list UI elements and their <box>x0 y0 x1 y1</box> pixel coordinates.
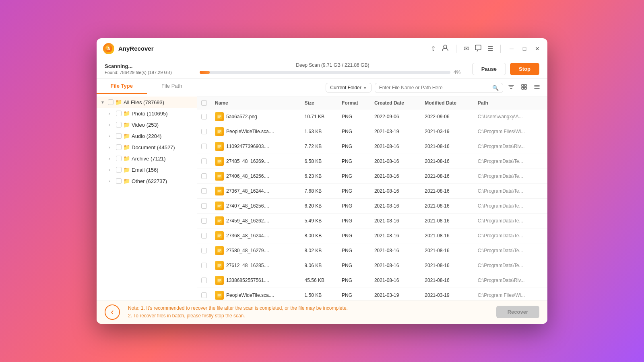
col-name[interactable]: Name <box>211 97 301 109</box>
file-name-10: 27612_48_16285.... <box>226 263 269 268</box>
col-created[interactable]: Created Date <box>370 97 421 109</box>
row-checkbox-cell <box>197 124 211 139</box>
checkbox-archive[interactable] <box>116 156 122 161</box>
menu-icon[interactable]: ☰ <box>487 45 493 52</box>
row-name-cell: 5ab6a572.png <box>211 109 301 124</box>
back-button[interactable]: ‹ <box>105 304 120 320</box>
row-size-4: 6.23 KB <box>301 169 338 184</box>
close-button[interactable]: ✕ <box>534 45 541 52</box>
stop-button[interactable]: Stop <box>510 63 539 75</box>
expand-icon-photo: › <box>109 111 114 116</box>
row-name-cell: 27580_48_16279.... <box>211 243 301 258</box>
row-checkbox-6[interactable] <box>201 203 207 209</box>
checkbox-audio[interactable] <box>116 133 122 139</box>
row-checkbox-3[interactable] <box>201 158 207 164</box>
tree-item-photo[interactable]: › 📁 Photo (110695) <box>97 108 197 119</box>
expand-icon-video: › <box>109 123 114 127</box>
share-icon[interactable]: ⇧ <box>431 45 436 52</box>
tree-item-archive[interactable]: › 📁 Archive (7121) <box>97 153 197 164</box>
row-name-cell: PeopleWideTile.sca.... <box>211 288 301 300</box>
row-checkbox-8[interactable] <box>201 233 207 239</box>
row-checkbox-4[interactable] <box>201 173 207 179</box>
file-area: Current Folder ▼ 🔍 <box>197 79 547 300</box>
tree-item-all-files[interactable]: ▼ 📁 All Files (787693) <box>97 97 197 108</box>
row-checkbox-9[interactable] <box>201 248 207 253</box>
recover-button[interactable]: Recover <box>496 306 539 318</box>
tree-item-audio[interactable]: › 📁 Audio (2204) <box>97 130 197 142</box>
header-checkbox[interactable] <box>201 100 207 106</box>
maximize-button[interactable]: □ <box>521 45 528 52</box>
file-name-11: 13386852557561.... <box>226 278 269 283</box>
folder-select-chevron: ▼ <box>363 86 367 90</box>
row-name-cell: 27367_48_16244.... <box>211 184 301 199</box>
row-modified-4: 2021-08-16 <box>421 169 474 184</box>
row-format-11: PNG <box>338 273 370 288</box>
row-checkbox-10[interactable] <box>201 263 207 268</box>
pause-button[interactable]: Pause <box>472 63 506 75</box>
checkbox-all-files[interactable] <box>108 99 114 105</box>
table-row: 11092477396903.... 7.72 KB PNG 2021-08-1… <box>197 139 547 154</box>
file-icon-0 <box>215 112 224 121</box>
user-icon[interactable] <box>442 44 449 53</box>
row-checkbox-11[interactable] <box>201 278 207 283</box>
tree-item-email[interactable]: › 📁 Email (156) <box>97 164 197 175</box>
progress-pct: 4% <box>454 70 466 75</box>
row-format-4: PNG <box>338 169 370 184</box>
tree-item-document[interactable]: › 📁 Document (44527) <box>97 142 197 153</box>
col-path[interactable]: Path <box>474 97 547 109</box>
file-icon-12 <box>215 291 224 300</box>
row-format-6: PNG <box>338 199 370 214</box>
row-name-cell: 27485_48_16269.... <box>211 154 301 169</box>
mail-icon[interactable]: ✉ <box>464 45 469 52</box>
col-modified[interactable]: Modified Date <box>421 97 474 109</box>
grid-view-icon[interactable] <box>519 82 529 93</box>
search-box[interactable]: 🔍 <box>375 83 503 93</box>
row-name-cell: 27612_48_16285.... <box>211 258 301 273</box>
row-checkbox-1[interactable] <box>201 129 207 134</box>
row-name-cell: 11092477396903.... <box>211 139 301 154</box>
checkbox-video[interactable] <box>116 122 122 128</box>
col-format[interactable]: Format <box>338 97 370 109</box>
checkbox-photo[interactable] <box>116 111 122 116</box>
file-name-7: 27459_48_16262.... <box>226 218 269 224</box>
row-checkbox-12[interactable] <box>201 292 207 298</box>
checkbox-email[interactable] <box>116 167 122 173</box>
file-icon-2 <box>215 142 224 151</box>
folder-select[interactable]: Current Folder ▼ <box>326 83 371 93</box>
row-checkbox-7[interactable] <box>201 218 207 224</box>
sidebar-tree: ▼ 📁 All Files (787693) › 📁 Photo (110695… <box>97 94 197 300</box>
table-row: 13386852557561.... 45.56 KB PNG 2021-08-… <box>197 273 547 288</box>
row-modified-6: 2021-08-16 <box>421 199 474 214</box>
titlebar-controls: ⇧ ✉ ☰ ─ □ ✕ <box>431 44 541 53</box>
file-name-0: 5ab6a572.png <box>226 114 257 119</box>
scan-status: Scanning... <box>105 63 193 69</box>
list-view-icon[interactable] <box>532 82 542 93</box>
search-input[interactable] <box>379 85 490 90</box>
tree-item-other[interactable]: › 📁 Other (622737) <box>97 175 197 187</box>
row-checkbox-5[interactable] <box>201 188 207 194</box>
tab-file-type[interactable]: File Type <box>97 79 147 94</box>
row-path-11: C:\ProgramData\Riv... <box>474 273 547 288</box>
table-row: 27485_48_16269.... 6.58 KB PNG 2021-08-1… <box>197 154 547 169</box>
checkbox-other[interactable] <box>116 178 122 184</box>
toolbar-icons <box>506 82 542 93</box>
row-size-5: 7.68 KB <box>301 184 338 199</box>
row-format-7: PNG <box>338 214 370 228</box>
row-checkbox-2[interactable] <box>201 144 207 149</box>
tab-file-path[interactable]: File Path <box>147 79 197 94</box>
row-created-2: 2021-08-16 <box>370 139 421 154</box>
chat-icon[interactable] <box>475 44 482 53</box>
scan-found: Found: 786429 file(s) (197.29 GB) <box>105 70 193 75</box>
filter-icon[interactable] <box>506 82 516 93</box>
file-name-4: 27406_48_16256.... <box>226 173 269 179</box>
tree-item-video[interactable]: › 📁 Video (253) <box>97 119 197 130</box>
col-size[interactable]: Size <box>301 97 338 109</box>
row-checkbox-0[interactable] <box>201 114 207 119</box>
checkbox-document[interactable] <box>116 144 122 150</box>
minimize-button[interactable]: ─ <box>508 45 515 52</box>
file-icon-8 <box>215 231 224 240</box>
row-path-10: C:\ProgramData\Te... <box>474 258 547 273</box>
expand-icon-email: › <box>109 168 114 172</box>
titlebar: A AnyRecover ⇧ ✉ ☰ ─ □ <box>97 38 547 59</box>
note-line1: Note: 1. It's recommended to recover the… <box>128 304 488 312</box>
